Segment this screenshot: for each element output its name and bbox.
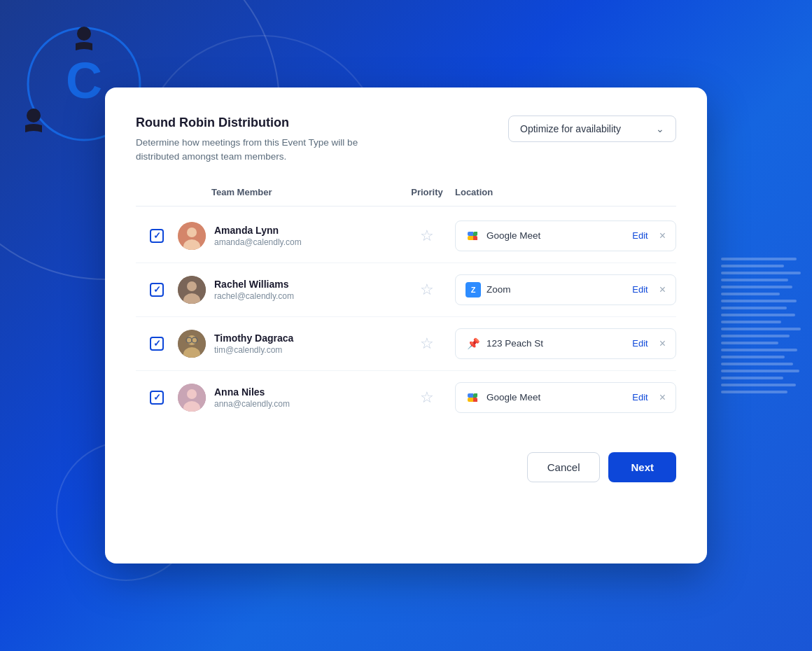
checkbox-anna[interactable]: ✓ [150, 391, 164, 405]
checkbox-timothy[interactable]: ✓ [150, 337, 164, 351]
modal-footer: Cancel Next [136, 447, 676, 482]
table-row: ✓ Rachel Williams rachel@calendly.com [136, 263, 676, 317]
edit-link-rachel[interactable]: Edit [632, 284, 648, 295]
priority-cell-rachel: ☆ [399, 282, 455, 298]
location-cell-rachel: Z Zoom Edit × [455, 274, 676, 305]
member-email-rachel: rachel@calendly.com [214, 291, 294, 301]
checkbox-rachel[interactable]: ✓ [150, 283, 164, 297]
zoom-icon-rachel: Z [465, 282, 481, 298]
location-cell-timothy: 📌 123 Peach St Edit × [455, 328, 676, 359]
star-icon-amanda[interactable]: ☆ [420, 228, 434, 244]
member-name-anna: Anna Niles [214, 386, 290, 398]
checkbox-cell-timothy: ✓ [136, 337, 178, 351]
priority-cell-anna: ☆ [399, 390, 455, 405]
remove-icon-timothy[interactable]: × [659, 338, 666, 349]
next-button[interactable]: Next [608, 452, 676, 482]
svg-point-2 [77, 27, 91, 41]
checkbox-cell-amanda: ✓ [136, 229, 178, 243]
location-cell-anna: Google Meet Edit × [455, 382, 676, 413]
checkmark-icon: ✓ [153, 392, 161, 402]
modal-description: Determine how meetings from this Event T… [136, 136, 402, 164]
edit-link-anna[interactable]: Edit [632, 392, 648, 402]
location-name-anna: Google Meet [486, 392, 626, 402]
gmeet-icon-anna [465, 390, 481, 405]
remove-icon-anna[interactable]: × [659, 392, 666, 403]
modal-header: Round Robin Distribution Determine how m… [136, 115, 676, 164]
member-cell-timothy: Timothy Dagraca tim@calendly.com [178, 330, 399, 358]
member-info-anna: Anna Niles anna@calendly.com [214, 386, 290, 409]
cancel-button[interactable]: Cancel [527, 452, 601, 482]
col-location-header: Location [455, 187, 676, 197]
chevron-down-icon: ⌄ [656, 123, 664, 134]
location-pin-icon-timothy: 📌 [465, 336, 481, 351]
dropdown-selected-label: Optimize for availability [520, 123, 621, 134]
col-priority-header: Priority [399, 187, 455, 197]
member-name-rachel: Rachel Williams [214, 279, 294, 290]
location-badge-timothy: 📌 123 Peach St Edit × [455, 328, 676, 359]
remove-icon-rachel[interactable]: × [659, 284, 666, 295]
edit-link-timothy[interactable]: Edit [632, 338, 648, 349]
avatar-amanda [178, 222, 206, 250]
table-row: ✓ Timothy Dagraca [136, 317, 676, 371]
member-cell-rachel: Rachel Williams rachel@calendly.com [178, 276, 399, 304]
member-name-amanda: Amanda Lynn [214, 225, 302, 236]
avatar-anna [178, 384, 206, 412]
table-row: ✓ Anna Niles anna@calendly.com ☆ [136, 371, 676, 424]
table-row: ✓ Amanda Lynn amanda@calendly.com [136, 209, 676, 263]
checkbox-amanda[interactable]: ✓ [150, 229, 164, 243]
checkmark-icon: ✓ [153, 284, 161, 295]
location-cell-amanda: Google Meet Edit × [455, 220, 676, 251]
decorative-lines [714, 0, 812, 651]
priority-cell-timothy: ☆ [399, 336, 455, 351]
avatar-rachel [178, 276, 206, 304]
table-header: Team Member Priority Location [136, 187, 676, 206]
member-info-timothy: Timothy Dagraca tim@calendly.com [214, 332, 293, 355]
star-icon-rachel[interactable]: ☆ [420, 282, 434, 298]
location-name-rachel: Zoom [486, 284, 626, 295]
member-email-amanda: amanda@calendly.com [214, 237, 302, 247]
member-info-amanda: Amanda Lynn amanda@calendly.com [214, 225, 302, 247]
modal-title: Round Robin Distribution [136, 115, 402, 130]
checkmark-icon: ✓ [153, 338, 161, 349]
checkbox-cell-rachel: ✓ [136, 283, 178, 297]
priority-cell-amanda: ☆ [399, 228, 455, 244]
location-name-timothy: 123 Peach St [486, 338, 626, 349]
location-badge-rachel: Z Zoom Edit × [455, 274, 676, 305]
member-cell-amanda: Amanda Lynn amanda@calendly.com [178, 222, 399, 250]
avatar-timothy [178, 330, 206, 358]
member-email-timothy: tim@calendly.com [214, 345, 293, 355]
svg-point-10 [187, 281, 197, 291]
svg-point-6 [187, 227, 197, 237]
location-badge-anna: Google Meet Edit × [455, 382, 676, 413]
member-cell-anna: Anna Niles anna@calendly.com [178, 384, 399, 412]
remove-icon-amanda[interactable]: × [659, 230, 666, 241]
member-info-rachel: Rachel Williams rachel@calendly.com [214, 279, 294, 301]
col-team-member-header: Team Member [178, 187, 399, 197]
gmeet-icon-amanda [465, 228, 481, 244]
checkbox-cell-anna: ✓ [136, 391, 178, 405]
svg-point-19 [187, 389, 197, 399]
star-icon-anna[interactable]: ☆ [420, 390, 434, 405]
member-name-timothy: Timothy Dagraca [214, 332, 293, 344]
member-email-anna: anna@calendly.com [214, 399, 290, 409]
checkmark-icon: ✓ [153, 230, 161, 241]
team-table: Team Member Priority Location ✓ [136, 187, 676, 424]
edit-link-amanda[interactable]: Edit [632, 230, 648, 241]
location-badge-amanda: Google Meet Edit × [455, 220, 676, 251]
distribution-dropdown[interactable]: Optimize for availability ⌄ [508, 115, 676, 142]
location-name-amanda: Google Meet [486, 230, 626, 241]
header-text-block: Round Robin Distribution Determine how m… [136, 115, 402, 164]
svg-text:C: C [66, 52, 102, 108]
svg-point-3 [27, 108, 41, 122]
main-modal: Round Robin Distribution Determine how m… [105, 88, 707, 564]
star-icon-timothy[interactable]: ☆ [420, 336, 434, 351]
